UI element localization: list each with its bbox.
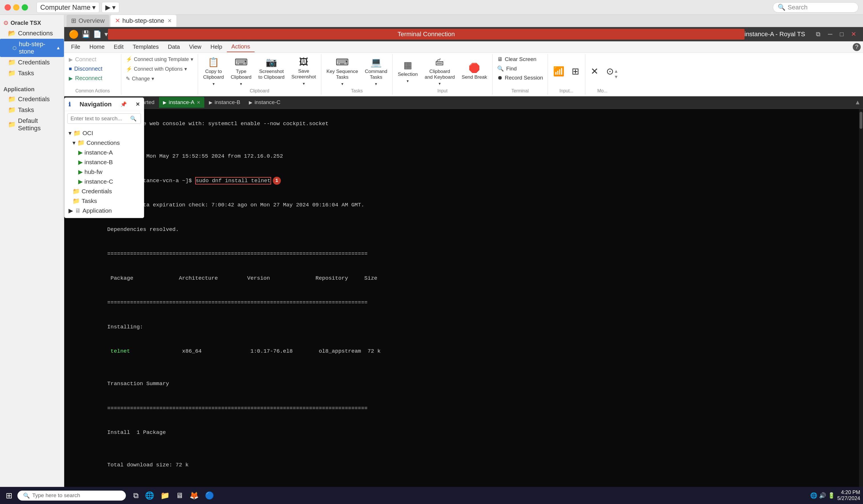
nav-instance-c[interactable]: ▶ instance-C	[64, 177, 144, 186]
sidebar-hub-step-stone[interactable]: ⬡ hub-step-stone ▲	[0, 39, 64, 57]
connect-template-button[interactable]: ⚡ Connect using Template ▾	[124, 55, 196, 64]
record-session-button[interactable]: ⏺ Record Session	[495, 74, 545, 82]
sidebar-application-title: Application	[0, 83, 64, 94]
play-selector[interactable]: ▶ ▾	[102, 2, 119, 13]
nav-instance-b[interactable]: ▶ instance-B	[64, 157, 144, 167]
windows-taskbar: ⊞ 🔍 Type here to search ⧉ 🌐 📁 🖥 🦊 🔵 🌐 🔊 …	[0, 487, 863, 504]
close-button[interactable]	[4, 4, 11, 11]
document-icon[interactable]: 📄	[93, 30, 102, 38]
command-tasks-button[interactable]: 💻 CommandTasks ▾	[362, 55, 390, 88]
nav-credentials[interactable]: 📁 Credentials	[64, 186, 144, 196]
sidebar-default-settings[interactable]: 📁 Default Settings	[0, 115, 64, 134]
sidebar-tasks[interactable]: 📁 Tasks	[0, 68, 64, 79]
content-area: ⊞ Overview ✕ hub-step-stone ✕ 🟠 💾 📄 ▾ Te…	[64, 15, 863, 504]
nav-hub-fw[interactable]: ▶ hub-fw	[64, 167, 144, 177]
selection-button[interactable]: ▦ Selection ▾	[395, 55, 421, 88]
disconnect-button[interactable]: ■ Disconnect	[66, 64, 119, 73]
menu-actions[interactable]: Actions	[227, 42, 255, 52]
key-sequence-button[interactable]: ⌨ Key SequenceTasks ▾	[324, 55, 361, 88]
nav-connections[interactable]: ▾ 📁 Connections	[64, 138, 144, 148]
close-window-icon[interactable]: ✕	[849, 29, 859, 39]
volume-icon[interactable]: 🔊	[819, 492, 826, 499]
computer-name-selector[interactable]: Computer Name ▾	[37, 2, 99, 13]
nav-instance-a[interactable]: ▶ instance-A	[64, 148, 144, 157]
edge-icon[interactable]: 🌐	[143, 490, 157, 502]
menu-data[interactable]: Data	[163, 42, 184, 52]
minimize-window-icon[interactable]: ─	[826, 29, 835, 39]
clear-screen-button[interactable]: 🖥 Clear Screen	[495, 55, 545, 64]
titlebar-search[interactable]: 🔍 Search	[773, 2, 859, 13]
terminal-btns: 🖥 Clear Screen 🔍 Find ⏺ Record Session	[495, 55, 545, 88]
type-dropdown-icon: ▾	[240, 81, 242, 86]
sidebar-app-credentials[interactable]: 📁 Credentials	[0, 94, 64, 105]
tab-close-icon[interactable]: ✕	[167, 18, 172, 24]
terminal-taskbar-icon[interactable]: 🖥	[174, 490, 186, 502]
windows-start-icon[interactable]: ⊞	[3, 490, 15, 502]
menu-help[interactable]: Help	[206, 42, 227, 52]
save-icon[interactable]: 💾	[82, 30, 90, 38]
taskbar-time-display[interactable]: 4:20 PM 5/27/2024	[837, 490, 860, 502]
nav-cred-icon: 📁	[73, 188, 80, 195]
nav-panel-header: ℹ Navigation 📌 ✕	[64, 98, 144, 111]
chevron-icon[interactable]: ▾	[104, 30, 108, 38]
minimize-button[interactable]	[13, 4, 20, 11]
input-group-label2: Input...	[550, 88, 583, 93]
scroll-thumb[interactable]	[860, 112, 862, 129]
keyboard-icon: ⌨	[336, 57, 349, 67]
send-break-button[interactable]: 🛑 Send Break	[459, 55, 490, 88]
signal-button[interactable]: 📶	[550, 55, 567, 88]
type-clipboard-button[interactable]: ⌨ TypeClipboard ▾	[228, 55, 254, 88]
terminal-line6: Dependencies resolved.	[107, 227, 179, 233]
battery-icon[interactable]: 🔋	[828, 492, 835, 499]
sidebar-oracle-tsx[interactable]: ⊙ Oracle TSX	[0, 15, 64, 28]
royal-ts-icon[interactable]: 🔵	[203, 490, 216, 502]
copy-to-clipboard-button[interactable]: 📋 Copy toClipboard ▾	[200, 55, 227, 88]
terminal-tab-instance-b[interactable]: ▶ instance-B	[205, 97, 244, 108]
reconnect-icon: ▶	[69, 75, 73, 81]
maximize-window-icon[interactable]: □	[838, 29, 846, 39]
tab-a-close-icon[interactable]: ✕	[197, 100, 200, 105]
grid-button[interactable]: ⊞	[568, 55, 583, 88]
find-button[interactable]: 🔍 Find	[495, 64, 545, 73]
help-icon[interactable]: ?	[853, 43, 861, 51]
firefox-icon[interactable]: 🦊	[187, 490, 201, 502]
menu-templates[interactable]: Templates	[128, 42, 163, 52]
nav-close-icon[interactable]: ✕	[136, 101, 140, 107]
screenshot-clipboard-button[interactable]: 📷 Screenshotto Clipboard	[255, 55, 287, 82]
menu-home[interactable]: Home	[85, 42, 109, 52]
sidebar-credentials[interactable]: 📁 Credentials	[0, 57, 64, 68]
sidebar-connections[interactable]: 📂 Connections	[0, 28, 64, 39]
save-screenshot-button[interactable]: 🖼 SaveScreenshot ▾	[288, 55, 319, 88]
nav-tasks[interactable]: 📁 Tasks	[64, 196, 144, 206]
reconnect-button[interactable]: ▶ Reconnect	[66, 74, 119, 83]
menu-file[interactable]: File	[66, 42, 85, 52]
maximize-button[interactable]	[22, 4, 28, 11]
terminal-tab-instance-a[interactable]: ▶ instance-A ✕	[159, 97, 204, 108]
task-view-icon[interactable]: ⧉	[131, 490, 141, 502]
clipboard-keyboard-button[interactable]: 🖮 Clipboardand Keyboard ▾	[422, 55, 458, 88]
sidebar: ⊙ Oracle TSX 📂 Connections ⬡ hub-step-st…	[0, 15, 64, 504]
menu-view[interactable]: View	[184, 42, 206, 52]
menu-edit[interactable]: Edit	[109, 42, 128, 52]
more-button1[interactable]: ✕	[588, 55, 602, 88]
sidebar-app-tasks[interactable]: 📁 Tasks	[0, 105, 64, 115]
file-explorer-icon[interactable]: 📁	[158, 490, 172, 502]
signal-icon: 📶	[553, 66, 564, 77]
restore-icon[interactable]: ⧉	[814, 29, 823, 39]
tabs-up-icon[interactable]: ▲	[854, 99, 861, 106]
terminal-scrollbar[interactable]	[859, 109, 863, 504]
terminal-tab-instance-c[interactable]: ▶ instance-C	[245, 97, 285, 108]
nav-pin-icon[interactable]: 📌	[121, 101, 127, 107]
taskbar-search-box[interactable]: 🔍 Type here to search	[17, 491, 126, 501]
network-icon[interactable]: 🌐	[810, 492, 817, 499]
tab-overview[interactable]: ⊞ Overview	[66, 15, 109, 27]
change-button[interactable]: ✎ Change ▾	[124, 74, 196, 83]
nav-application[interactable]: ▶ 🖥 Application	[64, 206, 144, 216]
tab-hub-step-stone[interactable]: ✕ hub-step-stone ✕	[110, 15, 177, 27]
nav-oci[interactable]: ▾ 📁 OCI	[64, 128, 144, 138]
tab-overview-label: Overview	[78, 17, 105, 25]
cmd-dropdown-icon: ▾	[375, 81, 377, 86]
connect-options-button[interactable]: ⚡ Connect with Options ▾	[124, 65, 196, 73]
terminal-output[interactable]: Activate the web console with: systemctl…	[64, 109, 863, 504]
ribbon-terminal-group: 🖥 Clear Screen 🔍 Find ⏺ Record Session	[492, 54, 548, 95]
